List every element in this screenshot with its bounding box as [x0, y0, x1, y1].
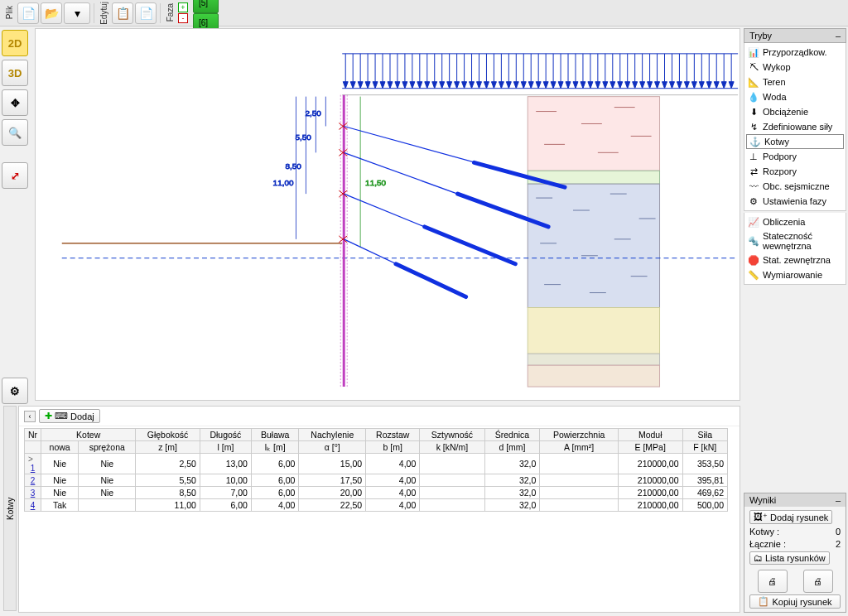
table-cell[interactable]: 6,00 — [251, 454, 299, 474]
tryby-wymiarowanie[interactable]: 📏Wymiarowanie — [744, 267, 846, 282]
table-cell[interactable] — [79, 499, 136, 512]
table-row[interactable]: 3NieNie8,507,006,0020,004,0032,0210000,0… — [25, 487, 728, 499]
pan-tool-button[interactable]: ✥ — [2, 89, 28, 116]
tryby-obliczenia[interactable]: 📈Obliczenia — [744, 214, 846, 229]
settings-button[interactable]: ⚙ — [2, 378, 28, 404]
table-cell[interactable]: 17,50 — [299, 474, 366, 487]
table-cell[interactable]: 6,00 — [251, 474, 299, 487]
tryby-stat-zewn[interactable]: 🛑Stat. zewnętrzna — [744, 253, 846, 267]
table-cell[interactable]: 353,50 — [682, 454, 728, 474]
table-cell[interactable]: 20,00 — [299, 487, 366, 499]
tryby-rozpory[interactable]: ⇄Rozpory — [744, 164, 846, 179]
table-cell[interactable]: 4,00 — [366, 499, 420, 512]
table-cell[interactable]: 7,00 — [200, 487, 251, 499]
mode-3d-button[interactable]: 3D — [2, 60, 28, 86]
minimize-icon[interactable]: – — [836, 31, 841, 41]
dodaj-rysunek-button[interactable]: 🖼⁺ Dodaj rysunek — [749, 510, 832, 524]
minimize-icon[interactable]: – — [836, 495, 841, 505]
table-row[interactable]: 2NieNie5,5010,006,0017,504,0032,0210000,… — [25, 474, 728, 487]
print-button-1[interactable]: 🖨 — [758, 570, 788, 593]
table-cell[interactable]: Nie — [41, 474, 79, 487]
anchor-table-wrap[interactable]: NrKotewGłębokośćDługośćBuławaNachylenieR… — [19, 426, 740, 612]
recent-button[interactable]: ▾ — [64, 2, 90, 24]
tryby-zdef-sily[interactable]: ↯Zdefiniowane siły — [744, 119, 846, 134]
table-cell[interactable]: 4,00 — [366, 487, 420, 499]
tryby-podpory[interactable]: ⊥Podpory — [744, 149, 846, 164]
open-file-button[interactable]: 📂 — [41, 2, 62, 24]
table-cell[interactable]: Nie — [41, 487, 79, 499]
table-cell[interactable]: 2 — [25, 474, 41, 487]
table-cell[interactable]: 469,62 — [682, 487, 728, 499]
table-cell[interactable]: 32,0 — [484, 487, 540, 499]
table-cell[interactable] — [420, 474, 484, 487]
table-cell[interactable]: 32,0 — [484, 454, 540, 474]
table-cell[interactable]: 210000,00 — [618, 474, 682, 487]
table-cell[interactable]: Nie — [79, 454, 136, 474]
cross-section-svg: 2,50 5,50 8,50 11,00 11,50 — [36, 29, 740, 400]
table-cell[interactable]: 4,00 — [366, 454, 420, 474]
kotwy-tab[interactable]: Kotwy — [3, 406, 17, 611]
mode-2d-button[interactable]: 2D — [2, 30, 28, 56]
table-cell[interactable]: 10,00 — [200, 474, 251, 487]
table-cell[interactable] — [540, 454, 619, 474]
table-cell[interactable] — [540, 499, 619, 512]
table-cell[interactable]: 395,81 — [682, 474, 728, 487]
table-cell[interactable]: Nie — [79, 474, 136, 487]
print-button-2[interactable]: 🖨 — [803, 570, 833, 593]
copy-button[interactable]: 📋 — [112, 2, 133, 24]
phase-tab-5[interactable]: [5] — [193, 0, 219, 13]
table-cell[interactable]: 32,0 — [484, 499, 540, 512]
table-cell[interactable]: Nie — [41, 454, 79, 474]
table-cell[interactable]: 210000,00 — [618, 499, 682, 512]
new-file-button[interactable]: 📄 — [17, 2, 39, 24]
table-cell[interactable]: >1 — [25, 454, 41, 474]
table-cell[interactable]: 13,00 — [200, 454, 251, 474]
table-cell[interactable]: 500,00 — [682, 499, 728, 512]
table-cell[interactable]: 22,50 — [299, 499, 366, 512]
kopiuj-rysunek-button[interactable]: 📋 Kopiuj rysunek — [749, 594, 841, 609]
tryby-sejsmiczne[interactable]: 〰Obc. sejsmiczne — [744, 179, 846, 194]
svg-text:5,50: 5,50 — [295, 132, 311, 142]
table-cell[interactable]: 15,00 — [299, 454, 366, 474]
tryby-ustawienia[interactable]: ⚙Ustawienia fazy — [744, 194, 846, 209]
tryby-woda[interactable]: 💧Woda — [744, 89, 846, 104]
collapse-button[interactable]: ‹ — [24, 411, 36, 422]
zoom-tool-button[interactable]: 🔍 — [2, 119, 28, 146]
tryby-wykop[interactable]: ⛏Wykop — [744, 60, 846, 75]
table-cell[interactable] — [540, 474, 619, 487]
table-cell[interactable]: 2,50 — [136, 454, 200, 474]
table-cell[interactable]: 11,00 — [136, 499, 200, 512]
table-cell[interactable]: 210000,00 — [618, 454, 682, 474]
table-cell[interactable]: 4,00 — [366, 474, 420, 487]
table-cell[interactable]: 4,00 — [251, 499, 299, 512]
table-cell[interactable] — [420, 499, 484, 512]
table-cell[interactable]: 4 — [25, 499, 41, 512]
tryby-kotwy[interactable]: ⚓Kotwy — [746, 134, 844, 149]
phase-remove-button[interactable]: - — [178, 13, 188, 23]
table-cell[interactable]: 3 — [25, 487, 41, 499]
table-cell[interactable]: 8,50 — [136, 487, 200, 499]
add-anchor-button[interactable]: ✚ ⌨ Dodaj — [39, 409, 100, 423]
phase-add-button[interactable]: + — [178, 2, 188, 12]
table-cell[interactable] — [420, 487, 484, 499]
tryby-stat-wewn[interactable]: 🔩Stateczność wewnętrzna — [744, 229, 846, 253]
fit-tool-button[interactable]: ⤢ — [2, 162, 28, 189]
tryby-teren[interactable]: 📐Teren — [744, 75, 846, 89]
tryby-przyporzadkow[interactable]: 📊Przyporządkow. — [744, 45, 846, 60]
table-cell[interactable] — [540, 487, 619, 499]
phase-plusminus: + - — [178, 2, 188, 23]
table-cell[interactable]: 32,0 — [484, 474, 540, 487]
table-cell[interactable]: 5,50 — [136, 474, 200, 487]
table-cell[interactable]: 6,00 — [251, 487, 299, 499]
table-cell[interactable] — [420, 454, 484, 474]
drawing-canvas[interactable]: 2,50 5,50 8,50 11,00 11,50 — [35, 28, 740, 401]
table-cell[interactable]: Tak — [41, 499, 79, 512]
paste-button[interactable]: 📄 — [135, 2, 157, 24]
table-cell[interactable]: 210000,00 — [618, 487, 682, 499]
table-cell[interactable]: 6,00 — [200, 499, 251, 512]
table-row[interactable]: >1NieNie2,5013,006,0015,004,0032,0210000… — [25, 454, 728, 474]
table-cell[interactable]: Nie — [79, 487, 136, 499]
table-row[interactable]: 4Tak11,006,004,0022,504,0032,0210000,005… — [25, 499, 728, 512]
tryby-obciazenie[interactable]: ⬇Obciążenie — [744, 104, 846, 119]
lista-rysunkow-button[interactable]: 🗂 Lista rysunków — [749, 551, 830, 565]
